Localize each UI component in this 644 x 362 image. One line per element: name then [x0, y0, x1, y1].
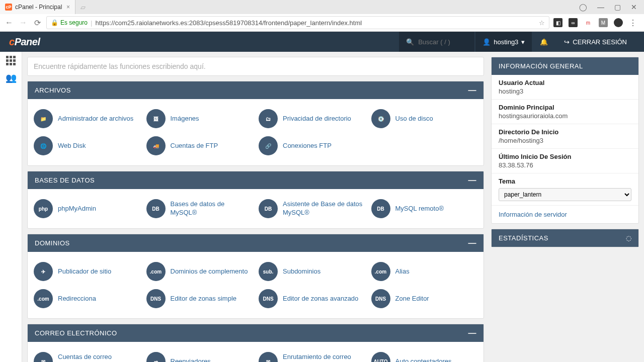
app-item-diskusage[interactable]: 💽Uso de disco — [368, 105, 481, 132]
stats-header[interactable]: ESTADÍSTICAS ◌ — [492, 229, 638, 247]
dnsadv-icon: DNS — [259, 289, 278, 308]
app-item-mysqlwiz[interactable]: DBAsistente de Base de datos MySQL® — [256, 195, 368, 222]
section-body: phpphpMyAdminDBBases de datos de MySQL®D… — [28, 189, 484, 228]
webdisk-icon: 🌐 — [34, 136, 53, 155]
app-item-subdomain[interactable]: sub.Subdominios — [256, 258, 368, 285]
app-item-zoneeditor[interactable]: DNSZone Editor — [368, 285, 481, 312]
app-item-alias[interactable]: .comAlias — [368, 258, 481, 285]
url-input[interactable]: 🔒 Es seguro | https://com25.raiolanetwor… — [46, 16, 549, 29]
extension-icons: ◧ ∞ m M ⋮ — [553, 18, 640, 28]
app-item-webdisk[interactable]: 🌐Web Disk — [31, 132, 143, 159]
app-item-label: Editor de zonas simple — [171, 295, 237, 303]
notifications-icon[interactable]: 🔔 — [532, 38, 556, 46]
app-item-dnsadv[interactable]: DNSEditor de zonas avanzado — [256, 285, 368, 312]
maximize-icon[interactable]: ▢ — [614, 3, 621, 11]
main-column: Encuentre rápidamente las funciones escr… — [27, 57, 484, 357]
reload-icon[interactable]: ⟳ — [32, 18, 42, 28]
profile-icon[interactable]: ◯ — [579, 3, 587, 11]
collapse-icon[interactable]: — — [468, 241, 477, 246]
app-item-forwarders[interactable]: ➡Reenviadores — [143, 348, 256, 362]
minimize-icon[interactable]: — — [597, 3, 604, 11]
header-search[interactable]: 🔍 — [399, 32, 474, 52]
browser-tab[interactable]: cP cPanel - Principal × — [0, 0, 75, 14]
autoresp-icon: AUTO — [371, 352, 390, 362]
app-item-dnssimple[interactable]: DNSEditor de zonas simple — [143, 285, 256, 312]
app-item-label: Auto contestadores — [395, 357, 452, 362]
grid-icon[interactable] — [6, 56, 16, 65]
logout-icon: ↪ — [564, 38, 570, 46]
header-search-input[interactable] — [418, 38, 468, 46]
server-info-link[interactable]: Información de servidor — [492, 206, 638, 223]
app-item-ftpaccounts[interactable]: 🚚Cuentas de FTP — [143, 132, 256, 159]
quick-find-input[interactable]: Encuentre rápidamente las funciones escr… — [27, 57, 484, 76]
theme-select[interactable]: paper_lantern — [499, 188, 631, 201]
app-item-label: Web Disk — [58, 142, 86, 150]
app-item-emailacc[interactable]: ✉Cuentas de correo electrónico — [31, 348, 143, 362]
star-icon[interactable]: ☆ — [539, 19, 545, 27]
ext-icon-3[interactable]: m — [584, 18, 593, 27]
cpanel-favicon: cP — [5, 4, 12, 11]
ext-icon-2[interactable]: ∞ — [569, 18, 578, 27]
app-item-label: Privacidad de directorio — [283, 115, 351, 123]
routing-icon: ✉ — [259, 352, 278, 362]
app-body: 👥 Encuentre rápidamente las funciones es… — [0, 52, 644, 362]
cpanel-logo[interactable]: cPanel — [9, 36, 40, 48]
info-row: Dominio Principalhostingsaurioraiola.com — [492, 100, 638, 124]
people-icon[interactable]: 👥 — [6, 72, 17, 83]
app-item-label: Cuentas de FTP — [171, 142, 218, 150]
theme-row: Tema paper_lantern — [492, 173, 638, 206]
images-icon: 🖼 — [146, 109, 166, 128]
collapse-icon[interactable]: — — [468, 88, 477, 93]
logout-label: CERRAR SESIÓN — [573, 38, 627, 46]
close-window-icon[interactable]: ✕ — [631, 3, 637, 11]
stats-panel: ESTADÍSTICAS ◌ — [491, 229, 639, 247]
collapse-icon[interactable]: — — [468, 178, 477, 183]
section-header[interactable]: CORREO ELECTRÓNICO— — [28, 324, 484, 342]
new-tab-icon[interactable]: ▱ — [75, 4, 91, 11]
app-item-redirect[interactable]: .comRedirecciona — [31, 285, 143, 312]
subdomain-icon: sub. — [259, 262, 278, 281]
collapse-icon[interactable]: — — [468, 331, 477, 336]
section-body: ✉Cuentas de correo electrónico➡Reenviado… — [28, 342, 484, 362]
section-bases-de-datos: BASES DE DATOS—phpphpMyAdminDBBases de d… — [27, 171, 484, 229]
loading-spinner-icon: ◌ — [626, 234, 632, 242]
app-item-autoresp[interactable]: AUTOAuto contestadores — [368, 348, 481, 362]
mysqldb-icon: DB — [146, 199, 166, 218]
info-value: hostingsaurioraiola.com — [499, 112, 631, 120]
section-archivos: ARCHIVOS—📁Administrador de archivos🖼Imág… — [27, 81, 484, 166]
app-item-addon[interactable]: .comDominios de complemento — [143, 258, 256, 285]
app-item-label: Administrador de archivos — [58, 115, 133, 123]
logout-button[interactable]: ↪ CERRAR SESIÓN — [556, 38, 635, 46]
app-item-images[interactable]: 🖼Imágenes — [143, 105, 256, 132]
section-header[interactable]: DOMINIOS— — [28, 234, 484, 252]
app-item-label: Subdominios — [283, 267, 320, 276]
app-item-routing[interactable]: ✉Enrutamiento de correo electrónico — [256, 348, 368, 362]
info-key: Directorio De Inicio — [499, 128, 631, 136]
user-menu[interactable]: 👤 hosting3 ▾ — [475, 32, 532, 52]
ext-icon-5[interactable] — [614, 18, 623, 27]
app-item-sitepub[interactable]: ✈Publicador de sitio — [31, 258, 143, 285]
app-item-label: Uso de disco — [395, 115, 433, 123]
info-key: Dominio Principal — [499, 104, 631, 111]
ext-icon-1[interactable]: ◧ — [553, 18, 562, 27]
app-item-mysqlremote[interactable]: DBMySQL remoto® — [368, 195, 481, 222]
forward-icon[interactable]: → — [18, 18, 28, 27]
app-item-filemanager[interactable]: 📁Administrador de archivos — [31, 105, 143, 132]
app-item-label: Editor de zonas avanzado — [283, 295, 358, 303]
section-header[interactable]: ARCHIVOS— — [28, 81, 484, 99]
info-key: Usuario Actual — [499, 79, 631, 86]
app-item-mysqldb[interactable]: DBBases de datos de MySQL® — [143, 195, 256, 222]
section-body: 📁Administrador de archivos🖼Imágenes🗂Priv… — [28, 99, 484, 165]
section-header[interactable]: BASES DE DATOS— — [28, 171, 484, 189]
app-item-label: Conexiones FTP — [283, 142, 332, 150]
username-label: hosting3 — [494, 38, 518, 46]
back-icon[interactable]: ← — [4, 18, 14, 27]
chrome-menu-icon[interactable]: ⋮ — [629, 18, 637, 28]
app-item-phpmyadmin[interactable]: phpphpMyAdmin — [31, 195, 143, 222]
close-icon[interactable]: × — [66, 4, 70, 11]
app-item-dirprivacy[interactable]: 🗂Privacidad de directorio — [256, 105, 368, 132]
filemanager-icon: 📁 — [34, 109, 53, 128]
app-item-ftpconn[interactable]: 🔗Conexiones FTP — [256, 132, 368, 159]
ext-icon-4[interactable]: M — [599, 18, 608, 27]
app-item-label: Alias — [395, 267, 410, 276]
